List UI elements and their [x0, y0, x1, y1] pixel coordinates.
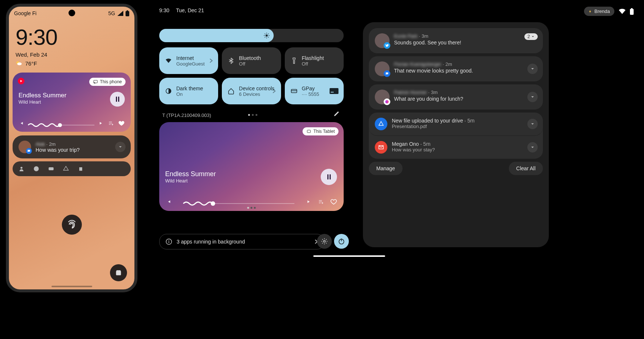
cast-icon: [93, 80, 98, 84]
tile-flashlight[interactable]: FlashlightOff: [285, 47, 344, 74]
dark-mode-icon: [165, 88, 172, 94]
tablet-icon: [306, 129, 311, 134]
count-chip[interactable]: 2: [524, 33, 538, 40]
drive-icon: [63, 166, 69, 172]
svg-line-20: [265, 37, 266, 38]
battery-icon: [126, 10, 129, 16]
wifi-icon: [619, 9, 625, 14]
carrier-label: Google Fi: [14, 10, 37, 16]
tablet-status-left: 9:30 Tue, Dec 21: [159, 7, 204, 13]
user-name: Brenda: [594, 9, 610, 14]
svg-rect-4: [94, 80, 97, 83]
svg-rect-11: [630, 9, 634, 15]
power-button[interactable]: [334, 234, 349, 249]
notification-group: New file uploaded to your drive · 5m Pre…: [369, 113, 543, 159]
avatar: [375, 61, 390, 76]
manage-button[interactable]: Manage: [369, 162, 403, 175]
track-title: Endless Summer: [19, 92, 66, 99]
notification-item[interactable]: Patrick Hosmer · 3m What are you doing f…: [369, 84, 543, 110]
tile-gpay[interactable]: GPay···· 5555: [285, 78, 344, 104]
signal-icon: [117, 11, 123, 16]
media-card[interactable]: This phone Endless Summer Wild Heart: [13, 73, 131, 132]
notification-item[interactable]: Eunie Park · 3m Sounds good. See you the…: [369, 28, 543, 53]
expand-button[interactable]: [527, 92, 538, 102]
lockscreen-time: 9:30: [16, 24, 128, 50]
running-apps-pill[interactable]: 3 apps running in background: [159, 234, 324, 249]
svg-rect-1: [127, 10, 128, 11]
trash-icon: [78, 166, 84, 172]
user-chip[interactable]: Brenda: [584, 7, 614, 16]
notif-sender: Alok: [36, 141, 45, 147]
cast-chip[interactable]: This Tablet: [303, 127, 338, 135]
gmail-icon: [375, 141, 387, 154]
card-thumbnail-icon: [330, 88, 338, 94]
queue-add-icon[interactable]: [109, 121, 114, 126]
notification-shade: Eunie Park · 3m Sounds good. See you the…: [363, 22, 549, 247]
expand-button[interactable]: [527, 142, 538, 152]
svg-rect-10: [79, 167, 82, 171]
tablet-status-right: Brenda: [584, 7, 634, 16]
pause-button[interactable]: [110, 92, 125, 107]
chevron-right-icon: [209, 58, 213, 63]
seek-bar[interactable]: [28, 122, 94, 124]
expand-button[interactable]: [527, 64, 538, 74]
expand-button[interactable]: [527, 119, 538, 129]
track-artist: Wild Heart: [19, 99, 66, 105]
seek-bar[interactable]: [178, 201, 300, 203]
page-indicator: [248, 114, 257, 116]
svg-point-33: [324, 241, 326, 242]
settings-button[interactable]: [317, 234, 332, 249]
notification-item[interactable]: Alok · 2m How was your trip?: [13, 135, 131, 158]
avatar: [375, 90, 390, 104]
drive-icon: [375, 118, 387, 130]
clear-all-button[interactable]: Clear All: [509, 162, 543, 175]
notification-item[interactable]: Megan Ono · 5m How was your stay?: [369, 136, 543, 159]
cast-label: This phone: [100, 79, 122, 84]
fingerprint-button[interactable]: [62, 215, 82, 235]
tile-internet[interactable]: InternetGoogleGuest: [159, 47, 218, 74]
next-icon[interactable]: [99, 121, 104, 126]
notif-body: How was your trip?: [36, 147, 80, 153]
build-label: T (TP1A.2100409.003): [162, 113, 211, 118]
cast-chip[interactable]: This phone: [89, 78, 126, 86]
expand-button[interactable]: [115, 142, 126, 152]
tablet-media-card[interactable]: This Tablet Endless Summer Wild Heart: [159, 122, 344, 211]
brightness-slider[interactable]: [159, 29, 344, 42]
previous-icon[interactable]: [19, 121, 24, 126]
wallet-button[interactable]: [110, 264, 127, 281]
gesture-bar[interactable]: [51, 286, 92, 287]
track-title: Endless Summer: [165, 170, 216, 178]
edit-tiles-button[interactable]: [333, 110, 341, 118]
svg-line-18: [265, 34, 266, 34]
tile-device-controls[interactable]: Device controls6 Devices: [222, 78, 281, 104]
weather-row[interactable]: 76°F: [16, 60, 128, 67]
queue-add-icon[interactable]: [318, 199, 324, 204]
heart-icon[interactable]: [118, 120, 125, 127]
battery-icon: [630, 8, 634, 15]
chevron-right-icon: [272, 88, 276, 94]
notification-icon-row[interactable]: [13, 161, 131, 176]
weather-icon: [16, 60, 22, 67]
next-icon[interactable]: [307, 199, 312, 204]
gesture-bar[interactable]: [313, 255, 385, 257]
bluetooth-icon: [228, 57, 234, 64]
notification-item[interactable]: New file uploaded to your drive · 5m Pre…: [369, 113, 543, 136]
svg-rect-25: [330, 88, 338, 94]
notification-item[interactable]: Florian Koenigsberger · 2m That new movi…: [369, 56, 543, 81]
pause-button[interactable]: [321, 169, 337, 185]
tablet-date: Tue, Dec 21: [176, 7, 204, 13]
tile-bluetooth[interactable]: BluetoothOff: [222, 47, 281, 74]
heart-icon[interactable]: [330, 198, 337, 205]
network-label: 5G: [108, 10, 115, 16]
svg-line-21: [268, 34, 269, 34]
svg-rect-26: [331, 92, 334, 93]
quick-settings-tiles: InternetGoogleGuest BluetoothOff Flashli…: [159, 47, 344, 104]
previous-icon[interactable]: [166, 199, 171, 204]
svg-rect-0: [126, 11, 129, 16]
youtube-icon: [48, 166, 54, 172]
card-icon: [291, 88, 297, 94]
svg-point-13: [266, 34, 268, 37]
facebook-icon: [33, 166, 39, 172]
tile-dark-theme[interactable]: Dark themeOn: [159, 78, 218, 104]
avatar: [375, 33, 390, 48]
